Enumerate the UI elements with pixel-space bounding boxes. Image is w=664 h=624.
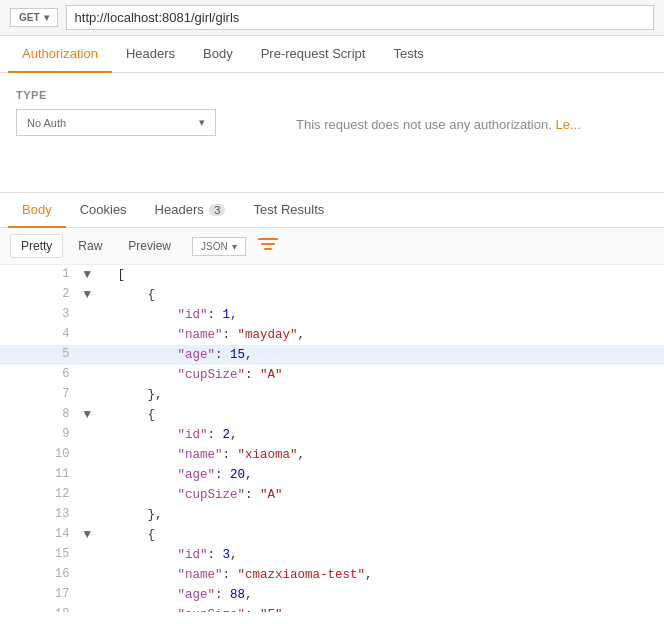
auth-section: TYPE No Auth ▾ This request does not use…	[0, 73, 664, 193]
line-arrow	[79, 325, 111, 345]
line-arrow	[79, 385, 111, 405]
code-line-6: 6 "cupSize": "A"	[0, 365, 664, 385]
code-line-11: 11 "age": 20,	[0, 465, 664, 485]
line-code: },	[112, 505, 664, 525]
auth-left: TYPE No Auth ▾	[16, 89, 256, 136]
tab-response-cookies[interactable]: Cookies	[66, 193, 141, 228]
line-number: 2	[0, 285, 79, 305]
line-number: 13	[0, 505, 79, 525]
language-select[interactable]: JSON ▾	[192, 237, 246, 256]
line-arrow[interactable]: ▼	[79, 285, 111, 305]
line-code: "id": 3,	[112, 545, 664, 565]
auth-dropdown-arrow: ▾	[199, 116, 205, 129]
line-arrow	[79, 305, 111, 325]
headers-badge: 3	[209, 204, 225, 216]
tab-response-headers[interactable]: Headers 3	[141, 193, 240, 228]
code-line-13: 13 },	[0, 505, 664, 525]
line-arrow	[79, 605, 111, 612]
line-code: "name": "mayday",	[112, 325, 664, 345]
tab-authorization[interactable]: Authorization	[8, 36, 112, 73]
auth-learn-more-link[interactable]: Le...	[555, 117, 580, 132]
format-pretty-button[interactable]: Pretty	[10, 234, 63, 258]
code-line-9: 9 "id": 2,	[0, 425, 664, 445]
code-line-1: 1 ▼ [	[0, 265, 664, 285]
line-code: "age": 20,	[112, 465, 664, 485]
tab-response-body[interactable]: Body	[8, 193, 66, 228]
line-arrow[interactable]: ▼	[79, 265, 111, 285]
line-number: 9	[0, 425, 79, 445]
code-line-2: 2 ▼ {	[0, 285, 664, 305]
code-line-3: 3 "id": 1,	[0, 305, 664, 325]
method-arrow: ▾	[44, 12, 49, 23]
line-code: "age": 15,	[112, 345, 664, 365]
line-code: "cupSize": "F"	[112, 605, 664, 612]
format-preview-button[interactable]: Preview	[117, 234, 182, 258]
line-code: "cupSize": "A"	[112, 485, 664, 505]
line-code: "age": 88,	[112, 585, 664, 605]
line-arrow	[79, 365, 111, 385]
line-arrow	[79, 485, 111, 505]
code-line-15: 15 "id": 3,	[0, 545, 664, 565]
auth-type-value: No Auth	[27, 117, 66, 129]
filter-icon[interactable]	[258, 236, 278, 256]
response-toolbar: Pretty Raw Preview JSON ▾	[0, 228, 664, 265]
tab-response-test-results[interactable]: Test Results	[239, 193, 338, 228]
line-code: "id": 2,	[112, 425, 664, 445]
code-line-10: 10 "name": "xiaoma",	[0, 445, 664, 465]
line-number: 10	[0, 445, 79, 465]
line-code: "id": 1,	[112, 305, 664, 325]
line-arrow[interactable]: ▼	[79, 405, 111, 425]
svg-rect-2	[264, 248, 272, 250]
line-code: {	[112, 405, 664, 425]
code-line-12: 12 "cupSize": "A"	[0, 485, 664, 505]
svg-rect-0	[258, 238, 278, 240]
code-line-16: 16 "name": "cmazxiaoma-test",	[0, 565, 664, 585]
tab-body[interactable]: Body	[189, 36, 247, 73]
line-number: 17	[0, 585, 79, 605]
line-code: {	[112, 285, 664, 305]
line-number: 14	[0, 525, 79, 545]
method-select[interactable]: GET ▾	[10, 8, 58, 27]
tab-headers[interactable]: Headers	[112, 36, 189, 73]
line-code: "cupSize": "A"	[112, 365, 664, 385]
code-line-14: 14 ▼ {	[0, 525, 664, 545]
line-number: 6	[0, 365, 79, 385]
code-line-7: 7 },	[0, 385, 664, 405]
type-label: TYPE	[16, 89, 256, 101]
code-line-17: 17 "age": 88,	[0, 585, 664, 605]
line-number: 3	[0, 305, 79, 325]
line-number: 18	[0, 605, 79, 612]
line-arrow	[79, 565, 111, 585]
line-arrow	[79, 505, 111, 525]
code-view: 1 ▼ [ 2 ▼ { 3 "id": 1, 4 "name": "mayday…	[0, 265, 664, 612]
line-number: 1	[0, 265, 79, 285]
tab-tests[interactable]: Tests	[379, 36, 437, 73]
line-number: 12	[0, 485, 79, 505]
line-arrow	[79, 465, 111, 485]
url-input[interactable]	[66, 5, 654, 30]
auth-notice: This request does not use any authorizat…	[296, 89, 648, 132]
line-number: 7	[0, 385, 79, 405]
auth-notice-text: This request does not use any authorizat…	[296, 117, 552, 132]
line-number: 5	[0, 345, 79, 365]
line-arrow	[79, 545, 111, 565]
top-bar: GET ▾	[0, 0, 664, 36]
line-code: },	[112, 385, 664, 405]
svg-rect-1	[261, 243, 275, 245]
line-number: 16	[0, 565, 79, 585]
request-tab-nav: Authorization Headers Body Pre-request S…	[0, 36, 664, 73]
code-table: 1 ▼ [ 2 ▼ { 3 "id": 1, 4 "name": "mayday…	[0, 265, 664, 612]
line-arrow	[79, 425, 111, 445]
line-arrow	[79, 445, 111, 465]
line-number: 4	[0, 325, 79, 345]
format-raw-button[interactable]: Raw	[67, 234, 113, 258]
line-number: 8	[0, 405, 79, 425]
tab-pre-request-script[interactable]: Pre-request Script	[247, 36, 380, 73]
line-arrow[interactable]: ▼	[79, 525, 111, 545]
code-line-5: 5 "age": 15,	[0, 345, 664, 365]
line-code: [	[112, 265, 664, 285]
code-line-18: 18 "cupSize": "F"	[0, 605, 664, 612]
auth-type-dropdown[interactable]: No Auth ▾	[16, 109, 216, 136]
line-code: "name": "cmazxiaoma-test",	[112, 565, 664, 585]
line-code: "name": "xiaoma",	[112, 445, 664, 465]
